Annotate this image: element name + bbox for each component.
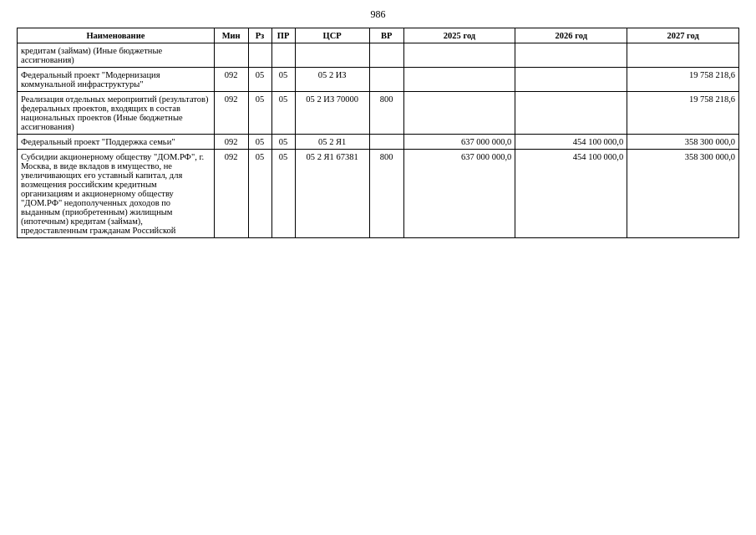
header-pr: ПР — [271, 28, 295, 43]
budget-table: Наименование Мин Рз ПР ЦСР ВР 2025 год 2… — [17, 28, 739, 238]
header-csr: ЦСР — [295, 28, 369, 43]
header-row: Наименование Мин Рз ПР ЦСР ВР 2025 год 2… — [18, 28, 739, 43]
header-vr: ВР — [369, 28, 403, 43]
table-row: Субсидии акционерному обществу "ДОМ.РФ",… — [18, 150, 739, 238]
header-min: Мин — [214, 28, 248, 43]
header-rz: Рз — [248, 28, 271, 43]
header-2026: 2026 год — [515, 28, 627, 43]
table-row: Федеральный проект "Поддержка семьи"0920… — [18, 135, 739, 150]
page-number: 986 — [17, 8, 739, 21]
table-row: Реализация отдельных мероприятий (резуль… — [18, 92, 739, 135]
header-2025: 2025 год — [403, 28, 515, 43]
table-row: кредитам (займам) (Иные бюджетные ассигн… — [18, 43, 739, 68]
table-row: Федеральный проект "Модернизация коммуна… — [18, 68, 739, 92]
header-name: Наименование — [18, 28, 215, 43]
header-2027: 2027 год — [627, 28, 739, 43]
